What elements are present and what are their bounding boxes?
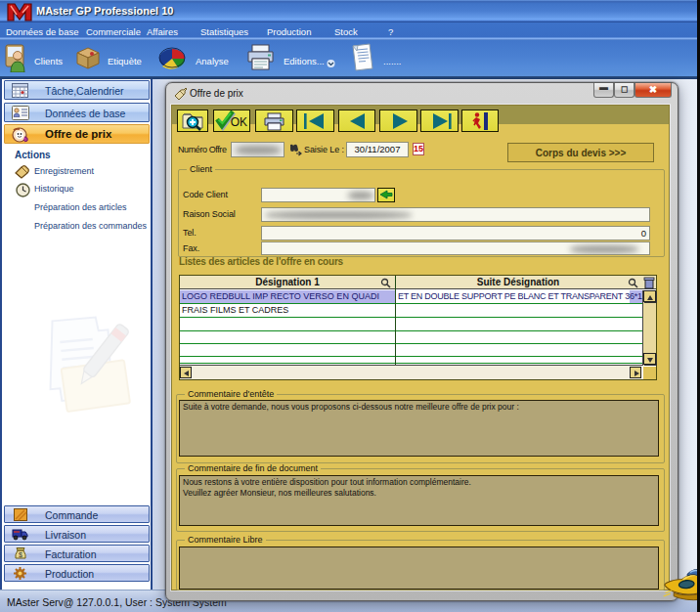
svg-text:$: $	[19, 551, 22, 558]
